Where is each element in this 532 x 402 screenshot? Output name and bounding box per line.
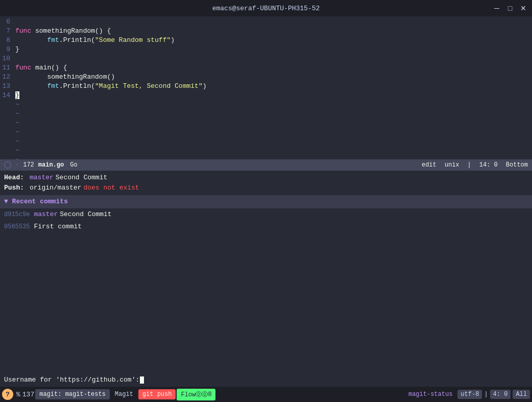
commit-branch: master [34,209,58,220]
bottom-bar: ? % 137 magit: magit-tests Magit git pus… [0,387,532,402]
code-line: 9 } [0,45,532,54]
modeline-filetype: Go [70,161,77,169]
emacs-window: emacs@seraf-UBUNTU-PH315-52 ─ □ ✕ 6 7 fu… [0,0,532,402]
git-head-branch: master [30,173,54,183]
prompt-number: 137 [22,391,34,398]
git-push-line: Push: origin/master does not exist [4,183,528,193]
code-line: 8 fmt.Println("Some Random stuff") [0,36,532,45]
code-line: 13 fmt.Println("Magit Test, Second Commi… [0,82,532,91]
minibuffer-prompt: Username for 'https://github.com': [4,375,139,385]
window-title: emacs@seraf-UBUNTU-PH315-52 [212,5,320,12]
tilde-line: ~ [0,137,532,146]
modeline-right: edit unix | 14: 0 Bottom [422,161,528,169]
modeline-position: 14: 0 [479,161,498,169]
code-view[interactable]: 6 7 func somethingRandom() { 8 fmt.Print… [0,16,532,159]
git-head-line: Head: master Second Commit [4,173,528,183]
maximize-button[interactable]: □ [505,4,515,13]
tilde-line: ~ [0,146,532,155]
git-push-status: does not exist [83,183,139,193]
modeline-edit: edit [422,161,437,169]
tab-magit[interactable]: Magit [111,389,137,399]
magit-section-header: ▼ Recent commits [0,195,532,208]
tab-label: magit: magit-tests [39,391,106,398]
git-push-label: Push: [4,183,30,193]
magit-commit-row[interactable]: 0565535 First commit [0,221,532,233]
minibuffer-cursor [140,376,144,384]
magit-commit-row[interactable]: d915c9e master Second Commit [0,208,532,221]
code-line: 7 func somethingRandom() { [0,27,532,36]
commit-hash: 0565535 [4,222,30,232]
editor-area: 6 7 func somethingRandom() { 8 fmt.Print… [0,16,532,402]
modeline-filename: main.go [38,161,64,169]
magit-section-label: Recent commits [12,198,68,205]
status-indicator: ? [2,389,13,400]
tab-flow[interactable]: Flow⓪⓪® [177,389,215,400]
modeline-indicator [4,161,11,169]
scroll-position: All [513,390,530,399]
tilde-line: ~ [0,128,532,137]
bottom-right-info: magit-status utf-8 | 4: 0 All [405,390,530,399]
commit-message: First commit [34,222,82,232]
minimize-button[interactable]: ─ [492,4,501,13]
git-push-remote: origin/master [30,183,81,193]
prompt-percent: % [16,391,20,398]
tab-magit-tests[interactable]: magit: magit-tests [35,389,110,399]
window-controls: ─ □ ✕ [492,4,528,13]
code-line: 10 [0,54,532,63]
tab-label: git push [142,391,172,398]
cursor-position: 4: 0 [490,390,511,399]
magit-status-indicator: magit-status [405,390,455,399]
tilde-line: ~ [0,109,532,119]
commit-hash: d915c9e [4,209,30,220]
titlebar: emacs@seraf-UBUNTU-PH315-52 ─ □ ✕ [0,0,532,16]
minibuffer[interactable]: Username for 'https://github.com': [0,373,532,387]
modeline-linecount: - [15,161,19,169]
modeline-linenum: 172 [23,161,34,169]
git-head-commit: Second Commit [56,173,107,183]
code-line: 14 } [0,91,532,100]
separator: | [484,391,488,398]
tab-label: Flow⓪⓪® [181,391,211,398]
tab-git-push[interactable]: git push [138,389,176,399]
modeline-separator: | [468,161,471,169]
code-line: 6 [0,17,532,27]
modeline-encoding: unix [445,161,460,169]
modeline: - 172 main.go Go edit unix | 14: 0 Botto… [0,159,532,171]
tilde-line: ~ [0,119,532,128]
modeline-scroll: Bottom [506,161,528,169]
git-head-label: Head: [4,173,30,183]
tilde-line: ~ [0,155,532,159]
magit-status-area: ▼ Recent commits d915c9e master Second C… [0,195,532,233]
tab-label: Magit [115,391,133,398]
close-button[interactable]: ✕ [519,4,528,13]
code-line: 11 func main() { [0,63,532,73]
empty-editor-space [0,233,532,374]
magit-section-prefix: ▼ [4,198,12,205]
commit-message: Second Commit [60,209,111,220]
code-line: 12 somethingRandom() [0,73,532,82]
git-info-area: Head: master Second Commit Push: origin/… [0,171,532,195]
tilde-line: ~ [0,100,532,109]
encoding-indicator: utf-8 [457,390,482,399]
